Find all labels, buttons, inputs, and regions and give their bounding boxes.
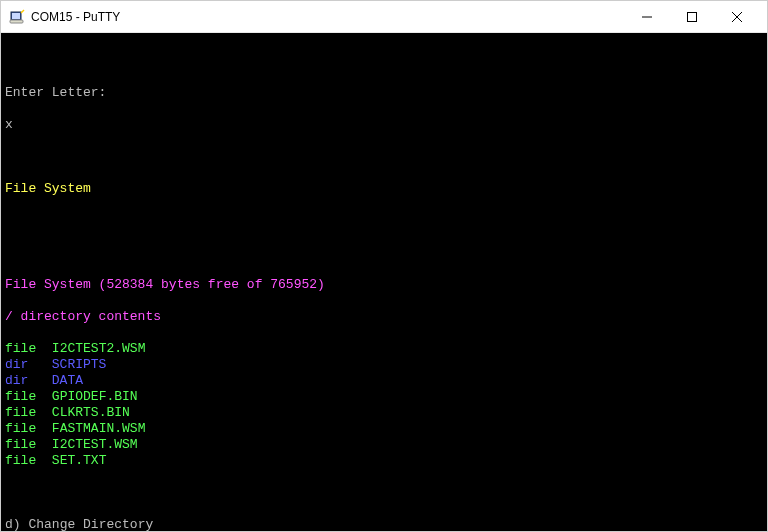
menu-label: Change Directory [28, 517, 153, 531]
entry-type: dir [5, 373, 28, 388]
maximize-button[interactable] [669, 2, 714, 32]
menu-item: d) Change Directory [5, 517, 763, 531]
listing-row: dir DATA [5, 373, 763, 389]
entry-name: CLKRTS.BIN [52, 405, 130, 420]
entry-name: DATA [52, 373, 83, 388]
listing-row: file GPIODEF.BIN [5, 389, 763, 405]
entry-name: GPIODEF.BIN [52, 389, 138, 404]
entry-type: file [5, 437, 36, 452]
listing-row: file FASTMAIN.WSM [5, 421, 763, 437]
entry-name: SET.TXT [52, 453, 107, 468]
listing-row: dir SCRIPTS [5, 357, 763, 373]
svg-rect-2 [10, 20, 23, 23]
entry-type: file [5, 389, 36, 404]
window-controls [624, 2, 759, 32]
menu-key: d [5, 517, 13, 531]
terminal-area[interactable]: Enter Letter: x File System File System … [1, 33, 767, 531]
listing-row: file I2CTEST.WSM [5, 437, 763, 453]
entry-name: I2CTEST2.WSM [52, 341, 146, 356]
entry-name: I2CTEST.WSM [52, 437, 138, 452]
listing-row: file CLKRTS.BIN [5, 405, 763, 421]
svg-rect-1 [12, 13, 20, 19]
prompt-line: Enter Letter: [5, 85, 763, 101]
minimize-button[interactable] [624, 2, 669, 32]
fs-status: File System (528384 bytes free of 765952… [5, 277, 763, 293]
svg-rect-5 [687, 12, 696, 21]
window-titlebar: COM15 - PuTTY [1, 1, 767, 33]
window-title: COM15 - PuTTY [31, 10, 624, 24]
entry-type: file [5, 453, 36, 468]
svg-line-3 [21, 10, 24, 13]
entry-name: SCRIPTS [52, 357, 107, 372]
user-input: x [5, 117, 763, 133]
entry-name: FASTMAIN.WSM [52, 421, 146, 436]
section-heading: File System [5, 181, 763, 197]
listing-row: file SET.TXT [5, 453, 763, 469]
listing-row: file I2CTEST2.WSM [5, 341, 763, 357]
entry-type: dir [5, 357, 28, 372]
entry-type: file [5, 405, 36, 420]
dir-header: / directory contents [5, 309, 763, 325]
entry-type: file [5, 421, 36, 436]
entry-type: file [5, 341, 36, 356]
close-button[interactable] [714, 2, 759, 32]
putty-icon [9, 9, 25, 25]
